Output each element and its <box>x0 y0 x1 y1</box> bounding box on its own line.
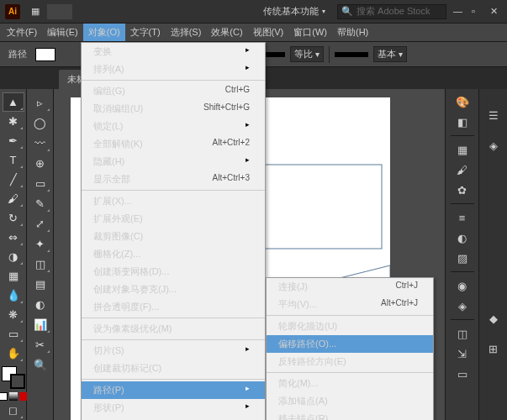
menu-effect[interactable]: 效果(C) <box>206 24 247 41</box>
magic-wand-tool[interactable]: ✱ <box>3 113 24 130</box>
learn-panel-icon[interactable]: ◆ <box>483 309 504 328</box>
gradient-panel-icon[interactable]: ◐ <box>452 228 473 247</box>
object-menu-item-10[interactable]: 扩展(X)... <box>82 192 265 210</box>
type-tool[interactable]: T <box>3 151 24 169</box>
selection-tool[interactable]: ▲ <box>3 93 24 111</box>
path-submenu-item-7[interactable]: 简化(M)... <box>267 375 433 392</box>
object-menu-item-23[interactable]: 路径(P) <box>82 381 265 399</box>
brush-style-select[interactable]: 基本 ▾ <box>373 46 407 62</box>
gradient-tool[interactable]: ▤ <box>30 275 50 293</box>
color-guide-panel-icon[interactable]: ◧ <box>452 113 473 131</box>
path-submenu-item-1[interactable]: 平均(V)...Alt+Ctrl+J <box>267 296 433 313</box>
pencil-tool[interactable]: ✎ <box>30 194 50 213</box>
mesh-tool[interactable]: ▦ <box>3 267 24 285</box>
menu-view[interactable]: 视图(V) <box>248 24 289 41</box>
path-submenu-item-9: 移去锚点(R) <box>267 410 433 420</box>
symbols-panel-icon[interactable]: ✿ <box>452 181 473 199</box>
slice-tool[interactable]: ✂ <box>30 335 50 354</box>
object-menu-item-25[interactable]: 图案(E) <box>82 417 265 420</box>
object-menu-item-20[interactable]: 切片(S) <box>82 342 265 360</box>
menu-edit[interactable]: 编辑(E) <box>42 24 83 41</box>
eyedropper-tool[interactable]: 💧 <box>3 286 24 304</box>
brush-preview[interactable] <box>335 52 368 57</box>
minimize-button[interactable]: — <box>453 6 465 18</box>
object-menu-item-13[interactable]: 栅格化(Z)... <box>82 245 265 263</box>
object-menu-item-14[interactable]: 创建渐变网格(D)... <box>82 263 265 281</box>
app-logo: Ai <box>5 4 20 19</box>
toolbox-col2: ▹ ◯ 〰 ⊕ ▭ ✎ ⤢ ✦ ◫ ▤ ◐ 📊 ✂ 🔍 <box>27 89 54 420</box>
perspective-grid-tool[interactable]: ◫ <box>30 255 50 273</box>
maximize-button[interactable]: ▫ <box>472 6 483 18</box>
graph-tool[interactable]: 📊 <box>30 315 50 333</box>
menu-select[interactable]: 选择(S) <box>166 24 207 41</box>
rectangle-tool[interactable]: ▭ <box>30 174 50 192</box>
free-transform-tool[interactable]: ✦ <box>30 234 50 253</box>
swatches-panel-icon[interactable]: ▦ <box>452 140 473 159</box>
stroke-panel-icon[interactable]: ≡ <box>452 208 473 227</box>
object-menu-item-7[interactable]: 隐藏(H) <box>82 153 265 171</box>
object-menu-item-24[interactable]: 形状(P) <box>82 399 265 417</box>
selection-type-label: 路径 <box>5 48 30 60</box>
symbol-sprayer-tool[interactable]: ❋ <box>3 306 24 323</box>
hand-tool[interactable]: ✋ <box>3 344 24 362</box>
fill-swatch[interactable] <box>35 48 55 61</box>
transparency-panel-icon[interactable]: ▨ <box>452 249 473 267</box>
menu-window[interactable]: 窗口(W) <box>288 24 332 41</box>
extra-panel-icon[interactable]: ⊞ <box>483 339 504 358</box>
object-menu-item-15: 创建对象马赛克(J)... <box>82 281 265 298</box>
object-menu-item-21[interactable]: 创建裁切标记(C) <box>82 360 265 377</box>
object-menu-item-1[interactable]: 排列(A) <box>82 60 265 78</box>
workspace-selector[interactable]: 传统基本功能▾ <box>256 3 332 19</box>
stock-search-input[interactable]: 🔍搜索 Adobe Stock <box>337 4 446 19</box>
path-submenu-item-0[interactable]: 连接(J)Ctrl+J <box>267 278 433 296</box>
lasso-tool[interactable]: ◯ <box>30 113 50 132</box>
menu-text[interactable]: 文字(T) <box>125 24 166 41</box>
bridge-icon[interactable]: ▦ <box>27 3 44 20</box>
direct-selection-tool[interactable]: ▹ <box>30 93 50 112</box>
rotate-tool[interactable]: ↻ <box>3 209 24 227</box>
zoom-tool[interactable]: 🔍 <box>30 355 50 374</box>
graphic-styles-panel-icon[interactable]: ◈ <box>452 297 473 315</box>
properties-panel-icon[interactable]: ☰ <box>483 106 504 124</box>
object-menu-item-3[interactable]: 编组(G)Ctrl+G <box>82 82 265 100</box>
screen-mode-tool[interactable]: ◻ <box>3 402 24 419</box>
menu-object[interactable]: 对象(O) <box>83 24 125 41</box>
object-menu-item-8: 显示全部Alt+Ctrl+3 <box>82 171 265 188</box>
curvature-tool[interactable]: 〰 <box>30 134 50 152</box>
paintbrush-tool[interactable]: 🖌 <box>3 190 24 207</box>
object-menu-item-4: 取消编组(U)Shift+Ctrl+G <box>82 100 265 118</box>
color-mode-switches[interactable] <box>0 392 28 401</box>
path-submenu-item-4[interactable]: 偏移路径(O)... <box>267 335 433 353</box>
menu-help[interactable]: 帮助(H) <box>332 24 373 41</box>
brushes-panel-icon[interactable]: 🖌 <box>452 160 473 179</box>
shape-rect[interactable] <box>264 165 382 249</box>
artboard-tool[interactable]: ▭ <box>3 325 24 343</box>
width-tool[interactable]: ⇔ <box>3 228 24 246</box>
close-button[interactable]: ✕ <box>490 6 502 18</box>
path-submenu-item-3[interactable]: 轮廓化描边(U) <box>267 318 433 335</box>
shape-builder-tool[interactable]: ◑ <box>3 248 24 265</box>
asset-export-panel-icon[interactable]: ⇲ <box>452 344 473 363</box>
artboards-panel-icon[interactable]: ▭ <box>452 365 473 383</box>
fill-stroke-control[interactable] <box>2 366 25 389</box>
libraries-panel-icon[interactable]: ◈ <box>483 136 504 155</box>
arrange-docs-dropdown[interactable] <box>47 4 72 19</box>
scale-tool[interactable]: ⤢ <box>30 214 50 233</box>
appearance-panel-icon[interactable]: ◉ <box>452 276 473 295</box>
toolbox-col1: ▲ ✱ ✒ T ╱ 🖌 ↻ ⇔ ◑ ▦ 💧 ❋ ▭ ✋ ◻ <box>0 89 27 420</box>
panel-dock-1: 🎨 ◧ ▦ 🖌 ✿ ≡ ◐ ▨ ◉ ◈ ◫ ⇲ ▭ <box>445 89 478 420</box>
color-panel-icon[interactable]: 🎨 <box>452 92 473 111</box>
stroke-profile-select[interactable]: 等比 ▾ <box>290 46 324 62</box>
line-tool[interactable]: ╱ <box>3 171 24 188</box>
layers-panel-icon[interactable]: ◫ <box>452 324 473 343</box>
touch-type-tool[interactable]: ⊕ <box>30 154 50 172</box>
object-menu-item-18[interactable]: 设为像素级优化(M) <box>82 320 265 338</box>
panel-dock-2: ☰ ◈ ◆ ⊞ <box>478 89 507 420</box>
object-menu-item-0[interactable]: 变换 <box>82 43 265 60</box>
menu-file[interactable]: 文件(F) <box>2 24 42 41</box>
object-menu-item-16[interactable]: 拼合透明度(F)... <box>82 298 265 316</box>
pen-tool[interactable]: ✒ <box>3 132 24 150</box>
path-submenu-item-8[interactable]: 添加锚点(A) <box>267 392 433 410</box>
blend-tool[interactable]: ◐ <box>30 295 50 313</box>
object-menu-item-5[interactable]: 锁定(L) <box>82 118 265 135</box>
